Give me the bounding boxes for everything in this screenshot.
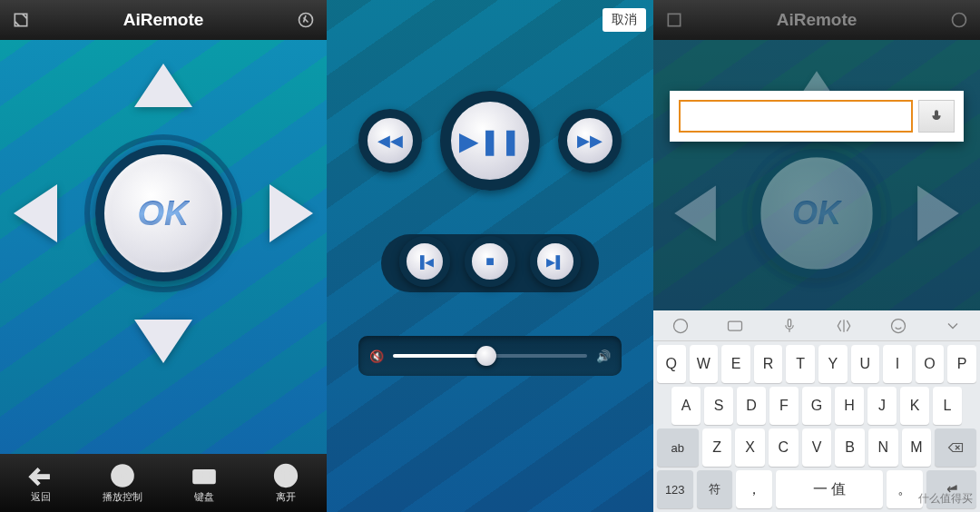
key-c[interactable]: C xyxy=(769,428,799,467)
prev-track-button[interactable]: ▐◀ xyxy=(399,236,450,287)
enter-icon xyxy=(943,481,959,497)
stop-button[interactable]: ■ xyxy=(465,236,515,287)
key-a[interactable]: A xyxy=(671,387,701,425)
top-bar: 取消 xyxy=(327,0,653,40)
media-secondary-row: ▐◀ ■ ▶▌ xyxy=(399,236,581,287)
dpad-ok-button[interactable]: OK xyxy=(95,145,231,281)
key-j[interactable]: J xyxy=(867,387,897,425)
voice-input-button[interactable] xyxy=(918,100,955,133)
key-y[interactable]: Y xyxy=(818,345,848,383)
stop-icon: ■ xyxy=(485,253,495,270)
play-pause-button[interactable]: ▶❚❚ xyxy=(440,91,540,191)
key-x[interactable]: X xyxy=(735,428,765,467)
key-space[interactable]: 一 值 xyxy=(776,470,884,508)
next-track-button[interactable]: ▶▌ xyxy=(530,236,581,287)
key-d[interactable]: D xyxy=(737,387,766,425)
leave-icon xyxy=(273,463,299,488)
tag-icon[interactable] xyxy=(946,6,973,34)
key-u[interactable]: U xyxy=(851,345,880,383)
expand-icon[interactable] xyxy=(7,6,34,34)
key-comma[interactable]: ， xyxy=(736,470,772,508)
key-backspace[interactable] xyxy=(935,428,976,467)
key-q[interactable]: Q xyxy=(657,345,686,383)
top-bar: AiRemote xyxy=(653,0,980,40)
kb-emoji-icon[interactable] xyxy=(889,317,907,335)
keyboard-toolbar xyxy=(653,310,980,341)
key-h[interactable]: H xyxy=(835,387,864,425)
top-bar: AiRemote xyxy=(0,0,327,40)
key-w[interactable]: W xyxy=(690,345,719,383)
key-i[interactable]: I xyxy=(883,345,912,383)
play-pause-icon: ▶❚❚ xyxy=(459,126,521,156)
svg-point-10 xyxy=(892,319,906,332)
rewind-button[interactable]: ◀◀ xyxy=(358,109,422,172)
key-numbers[interactable]: 123 xyxy=(657,470,693,508)
prev-track-icon: ▐◀ xyxy=(416,255,433,269)
dpad-up[interactable] xyxy=(134,64,192,107)
back-arrow-icon xyxy=(28,463,54,488)
svg-rect-5 xyxy=(668,14,680,25)
app-title: AiRemote xyxy=(34,10,292,30)
kb-collapse-icon[interactable] xyxy=(944,317,962,335)
nav-leave[interactable]: 离开 xyxy=(245,454,327,512)
keyboard-row-1: QWERTYUIOP xyxy=(653,341,980,383)
expand-icon[interactable] xyxy=(661,6,688,34)
ok-label: OK xyxy=(138,194,190,233)
keyboard-row-3: ab ZXCVBNM xyxy=(653,425,980,467)
nav-keyboard[interactable]: 键盘 xyxy=(163,454,245,512)
key-shift[interactable]: ab xyxy=(657,428,699,467)
key-period[interactable]: 。 xyxy=(887,470,923,508)
dpad-right[interactable] xyxy=(270,184,313,242)
key-s[interactable]: S xyxy=(704,387,733,425)
volume-track[interactable] xyxy=(393,354,587,358)
svg-point-6 xyxy=(953,14,966,27)
cancel-button[interactable]: 取消 xyxy=(603,8,646,32)
key-m[interactable]: M xyxy=(902,428,932,467)
nav-back[interactable]: 返回 xyxy=(0,454,82,512)
key-t[interactable]: T xyxy=(786,345,815,383)
svg-point-7 xyxy=(674,319,688,332)
dpad: OK xyxy=(23,73,304,354)
dpad-left[interactable] xyxy=(14,184,57,242)
key-l[interactable]: L xyxy=(933,387,962,425)
volume-thumb[interactable] xyxy=(476,346,496,366)
svg-rect-8 xyxy=(729,321,742,330)
tag-icon[interactable] xyxy=(292,6,319,34)
key-n[interactable]: N xyxy=(868,428,898,467)
fast-forward-button[interactable]: ▶▶ xyxy=(558,109,622,172)
keyboard: QWERTYUIOP ASDFGHJKL ab ZXCVBNM 123 符 ， … xyxy=(653,310,980,512)
kb-microphone-icon[interactable] xyxy=(780,317,799,335)
key-g[interactable]: G xyxy=(802,387,831,425)
kb-logo-icon[interactable] xyxy=(671,317,690,335)
key-z[interactable]: Z xyxy=(702,428,732,467)
key-b[interactable]: B xyxy=(835,428,865,467)
app-title: AiRemote xyxy=(688,10,946,30)
key-o[interactable]: O xyxy=(916,345,945,383)
key-enter[interactable] xyxy=(926,470,976,508)
key-symbols[interactable]: 符 xyxy=(697,470,733,508)
key-p[interactable]: P xyxy=(947,345,976,383)
volume-mute-icon: 🔇 xyxy=(369,350,384,363)
key-r[interactable]: R xyxy=(754,345,783,383)
svg-rect-9 xyxy=(788,319,790,326)
keyboard-row-2: ASDFGHJKL xyxy=(653,383,980,425)
key-k[interactable]: K xyxy=(900,387,929,425)
key-f[interactable]: F xyxy=(769,387,799,425)
fast-forward-icon: ▶▶ xyxy=(577,131,603,151)
media-transport-row: ◀◀ ▶❚❚ ▶▶ xyxy=(358,91,622,191)
kb-layout-icon[interactable] xyxy=(726,317,744,335)
backspace-icon xyxy=(947,439,964,456)
microphone-icon xyxy=(929,109,944,123)
search-input[interactable] xyxy=(679,100,913,133)
keyboard-icon xyxy=(191,463,217,488)
nav-play-control[interactable]: 播放控制 xyxy=(82,454,163,512)
key-e[interactable]: E xyxy=(721,345,750,383)
dpad-down[interactable] xyxy=(134,320,192,363)
next-track-icon: ▶▌ xyxy=(546,255,564,269)
search-container xyxy=(670,91,964,142)
bottom-nav: 返回 播放控制 键盘 离开 xyxy=(0,454,327,512)
volume-slider[interactable]: 🔇 🔊 xyxy=(358,336,622,376)
kb-cursor-icon[interactable] xyxy=(835,317,853,335)
key-v[interactable]: V xyxy=(802,428,832,467)
rewind-icon: ◀◀ xyxy=(377,131,403,151)
